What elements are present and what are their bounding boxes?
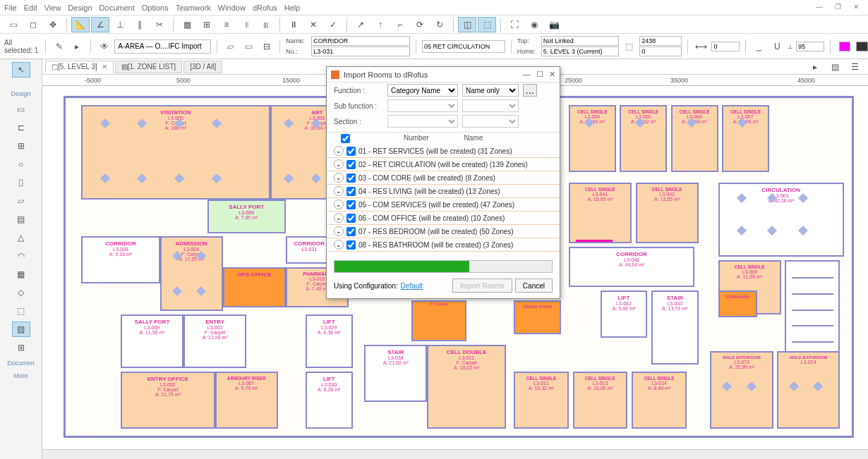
item-checkbox[interactable] — [346, 200, 356, 209]
sub-function-select-1[interactable] — [387, 99, 458, 112]
top-field[interactable] — [541, 36, 619, 46]
tool-select-icon[interactable]: ▭ — [4, 17, 23, 32]
menu-document[interactable]: Document — [100, 4, 135, 12]
menu-view[interactable]: View — [44, 4, 61, 12]
tab-zonelist[interactable]: ▤ [1. ZONE LIST] — [115, 61, 182, 73]
section-select-2[interactable] — [462, 115, 519, 128]
name-field[interactable] — [311, 36, 410, 46]
fill-swatch[interactable] — [839, 42, 851, 51]
menu-window[interactable]: Window — [218, 4, 246, 12]
room-corridor-r[interactable]: CORRIDOR L3-048 A: 44,64 m² — [569, 247, 694, 287]
room-sallyport1[interactable]: SALLY PORT L3-008 A: 7,85 m² — [207, 200, 286, 233]
room-cellsingle-b2[interactable]: CELL SINGLE L3-013 A: 10,05 m² — [573, 372, 628, 429]
roof-tool-icon[interactable]: △ — [12, 230, 30, 245]
room-lift1[interactable]: LIFT L3-029 A: 8,38 m² — [306, 314, 353, 369]
room-cellsingle-b1[interactable]: CELL SINGLE L3-011 A: 10,32 m² — [514, 372, 569, 429]
tool-suspend-icon[interactable]: ⏸ — [284, 17, 303, 32]
tool-measure-icon[interactable]: 📐 — [71, 17, 90, 32]
room-entry[interactable]: ENTRY L3-001 F: Carpet A: 11,58 m² — [183, 314, 246, 369]
stair-tool-icon[interactable]: ▤ — [12, 212, 30, 227]
tool-bisect-icon[interactable]: ✂ — [150, 17, 169, 32]
tool-fit-icon[interactable]: ⛶ — [505, 17, 524, 32]
window-tool-icon[interactable]: ⊞ — [12, 138, 30, 154]
room-armoury[interactable]: ARMOURY RISER L3-007 A: 5,70 m² — [215, 372, 278, 429]
prop-edit-icon[interactable]: ✎ — [52, 39, 66, 54]
object-tool-icon[interactable]: ⬚ — [12, 303, 30, 319]
door-tool-icon[interactable]: ⊏ — [12, 120, 30, 135]
expand-icon[interactable]: ⌄ — [334, 240, 344, 250]
menu-design[interactable]: Design — [68, 4, 92, 12]
view-layers-icon[interactable]: ☰ — [845, 59, 864, 75]
expand-icon[interactable]: ⌄ — [334, 146, 344, 156]
menu-file[interactable]: File — [4, 4, 17, 12]
menu-options[interactable]: Options — [142, 4, 169, 12]
tool-snap-icon[interactable]: ⊞ — [198, 17, 216, 32]
import-rooms-button[interactable]: Import Rooms — [452, 279, 512, 293]
tool-arrow-icon[interactable]: ↗ — [351, 17, 370, 32]
function-select-2[interactable]: Name only — [462, 84, 519, 97]
room-corridor1[interactable]: CORRIDOR L3-028 A: 9,18 m² — [81, 236, 159, 283]
room-stair2[interactable]: STAIR L3-043 A: 13,73 m² — [651, 290, 699, 365]
expand-icon[interactable]: ⌄ — [334, 173, 344, 183]
room-cellsingle1[interactable]: CELL SINGLE L3-041 A: 10,65 m² — [569, 183, 632, 243]
home-field[interactable] — [541, 47, 619, 56]
room-ops[interactable]: OPS OFFICE — [223, 267, 286, 307]
tool-arrow-icon[interactable]: ↖ — [12, 62, 30, 78]
room-cellsingle-t1[interactable]: CELL SINGLE L3-064 A: 10,66 m² — [569, 105, 616, 173]
tool-layer-icon[interactable]: ≡ — [217, 17, 236, 32]
room-bathroom-f[interactable]: MALE BATHROOM L3-073 A: 22,99 m² — [710, 351, 773, 429]
view-nav-icon[interactable]: ▸ — [806, 59, 824, 75]
menu-help[interactable]: Help — [284, 4, 301, 12]
wall-tool-icon[interactable]: ▭ — [12, 102, 30, 117]
room-cellsingle-t4[interactable]: CELL SINGLE L3-067 A: 10,66 m² — [722, 105, 769, 173]
dim-icon[interactable]: ⟷ — [694, 39, 709, 54]
section-select-1[interactable] — [387, 115, 458, 128]
tool-up-icon[interactable]: ↑ — [371, 17, 390, 32]
offset-field[interactable] — [639, 47, 682, 56]
tool-cancel-icon[interactable]: ✕ — [304, 17, 323, 32]
room-cellsingle2[interactable]: CELL SINGLE L3-042 A: 13,05 m² — [636, 183, 699, 243]
tool-pan-icon[interactable]: ✥ — [44, 17, 62, 32]
tool-align-icon[interactable]: ⫴ — [237, 17, 255, 32]
floor-plan-icon[interactable]: ⊟ — [259, 39, 274, 54]
cancel-button[interactable]: Cancel — [515, 279, 553, 293]
function-more-button[interactable]: … — [523, 84, 537, 97]
room-riser[interactable]: F: Carpet — [411, 300, 466, 341]
tool-ok-icon[interactable]: ✓ — [324, 17, 342, 32]
room-sallyport2[interactable]: SALLY PORT L3-009 A: 11,58 m² — [121, 314, 183, 369]
morph-tool-icon[interactable]: ◇ — [12, 285, 30, 300]
tab-3d[interactable]: [3D / All] — [183, 61, 222, 73]
prop-apply-icon[interactable]: ▸ — [70, 39, 85, 54]
tool-grid-icon[interactable]: ▦ — [178, 17, 196, 32]
slab-tool-icon[interactable]: ▱ — [12, 193, 30, 209]
expand-icon[interactable]: ⌄ — [334, 226, 344, 236]
function-select-1[interactable]: Category Name — [387, 84, 458, 97]
zone-tool-icon[interactable]: ▨ — [12, 322, 30, 337]
dialog-minimize-icon[interactable]: — — [523, 70, 531, 79]
shell-tool-icon[interactable]: ◠ — [12, 248, 30, 264]
tool-camera-icon[interactable]: 📷 — [545, 17, 563, 32]
expand-icon[interactable]: ⌄ — [334, 200, 344, 209]
angle-field[interactable] — [796, 42, 824, 51]
expand-icon[interactable]: ⌄ — [334, 159, 344, 169]
line-pen-icon[interactable]: U — [770, 39, 785, 54]
tool-distribute-icon[interactable]: ⫼ — [257, 17, 275, 32]
import-item-7[interactable]: ⌄07 - RES BEDROOM (will be created) (50 … — [327, 225, 560, 238]
dialog-titlebar[interactable]: Import Rooms to dRofus — ☐ ✕ — [327, 67, 560, 82]
tool-angle-icon[interactable]: ∠ — [91, 17, 109, 32]
tool-rotate-icon[interactable]: ⟳ — [411, 17, 429, 32]
room-cellsingle-t3[interactable]: CELL SINGLE L3-066 A: 10,66 m² — [671, 105, 718, 173]
tool-corner-icon[interactable]: ⌐ — [391, 17, 409, 32]
room-entryoffice[interactable]: ENTRY OFFICE L3-002 F: Carpet A: 21,75 m… — [121, 372, 215, 429]
layer-eye-icon[interactable]: 👁 — [97, 39, 111, 54]
config-link[interactable]: Default — [401, 282, 423, 290]
import-item-4[interactable]: ⌄04 - RES LIVING (will be created) (13 Z… — [327, 185, 560, 198]
dialog-close-icon[interactable]: ✕ — [549, 70, 555, 79]
import-item-5[interactable]: ⌄05 - COM SERVICES (will be created) (47… — [327, 198, 560, 212]
room-bathroom-m[interactable]: MALE BATHROOM L3-074 — [777, 351, 840, 429]
tool-redo-icon[interactable]: ↻ — [430, 17, 449, 32]
item-checkbox[interactable] — [346, 160, 356, 169]
room-circ-area[interactable]: CIRCULATION — [514, 300, 561, 334]
dim-field[interactable] — [711, 42, 740, 51]
beam-tool-icon[interactable]: ⌷ — [12, 175, 30, 190]
